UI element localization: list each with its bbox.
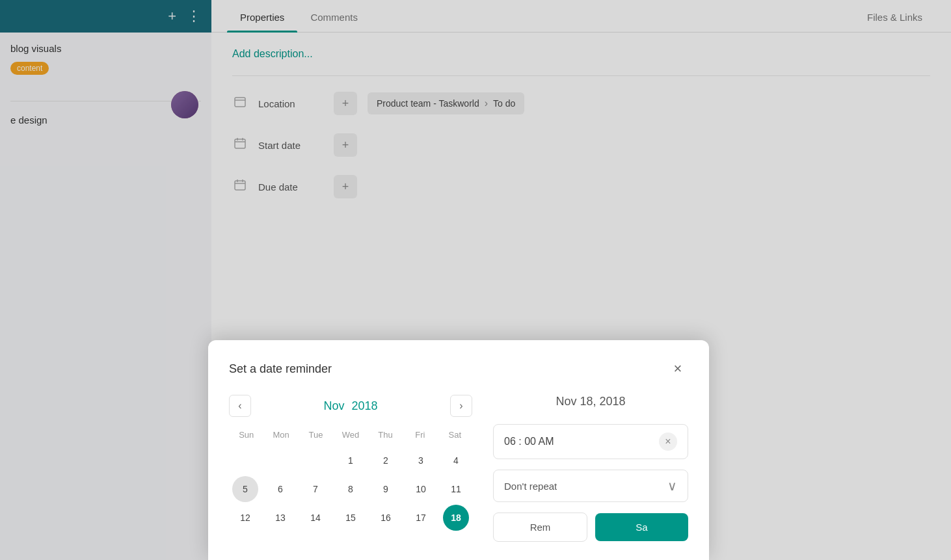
repeat-chevron-icon: ∨ (667, 478, 677, 494)
calendar-days: 1 2 3 4 5 6 7 8 9 10 11 12 13 14 15 (229, 447, 472, 531)
weekday-wed: Wed (333, 427, 368, 442)
cal-day-1[interactable]: 1 (338, 447, 364, 473)
time-value: 06 : 00 AM (504, 436, 554, 447)
weekday-mon: Mon (263, 427, 298, 442)
time-clear-button[interactable]: × (659, 433, 677, 451)
modal-bottom-actions: Rem Sa (493, 513, 688, 542)
cal-day-11[interactable]: 11 (443, 476, 469, 502)
cal-day-12[interactable]: 12 (232, 505, 258, 531)
cal-day-9[interactable]: 9 (373, 476, 399, 502)
cal-day-14[interactable]: 14 (302, 505, 328, 531)
modal-header: Set a date reminder × (229, 358, 688, 379)
modal-body: ‹ Nov 2018 › Sun Mon Tue Wed Thu Fri Sat (229, 395, 688, 542)
modal-right-panel: Nov 18, 2018 06 : 00 AM × Don't repeat ∨… (493, 395, 688, 542)
cal-day-5[interactable]: 5 (232, 476, 258, 502)
cal-day-empty3 (302, 447, 328, 473)
cal-day-empty2 (267, 447, 293, 473)
cal-day-18[interactable]: 18 (443, 505, 469, 531)
calendar-next-button[interactable]: › (450, 395, 472, 417)
modal-overlay: Set a date reminder × ‹ Nov 2018 › Sun M… (0, 0, 951, 560)
cal-day-8[interactable]: 8 (338, 476, 364, 502)
weekday-fri: Fri (403, 427, 437, 442)
calendar-year: 2018 (351, 399, 377, 412)
cal-day-empty1 (232, 447, 258, 473)
save-button[interactable]: Sa (595, 513, 688, 541)
calendar: ‹ Nov 2018 › Sun Mon Tue Wed Thu Fri Sat (229, 395, 472, 542)
weekday-thu: Thu (368, 427, 403, 442)
cal-day-13[interactable]: 13 (267, 505, 293, 531)
remove-button[interactable]: Rem (493, 513, 587, 542)
weekday-sat: Sat (438, 427, 472, 442)
calendar-month: Nov (323, 399, 344, 412)
calendar-weekdays: Sun Mon Tue Wed Thu Fri Sat (229, 427, 472, 442)
calendar-nav: ‹ Nov 2018 › (229, 395, 472, 417)
repeat-value: Don't repeat (504, 481, 557, 492)
cal-day-10[interactable]: 10 (408, 476, 434, 502)
cal-day-4[interactable]: 4 (443, 447, 469, 473)
modal-title: Set a date reminder (229, 362, 332, 376)
modal-close-button[interactable]: × (667, 358, 688, 379)
cal-day-2[interactable]: 2 (373, 447, 399, 473)
cal-day-6[interactable]: 6 (267, 476, 293, 502)
repeat-picker[interactable]: Don't repeat ∨ (493, 470, 688, 502)
date-reminder-modal: Set a date reminder × ‹ Nov 2018 › Sun M… (208, 340, 709, 560)
cal-day-17[interactable]: 17 (408, 505, 434, 531)
cal-day-16[interactable]: 16 (373, 505, 399, 531)
cal-day-7[interactable]: 7 (302, 476, 328, 502)
selected-date-display: Nov 18, 2018 (493, 395, 688, 414)
weekday-sun: Sun (229, 427, 263, 442)
calendar-month-year: Nov 2018 (323, 399, 377, 413)
calendar-prev-button[interactable]: ‹ (229, 395, 251, 417)
weekday-tue: Tue (299, 427, 333, 442)
cal-day-15[interactable]: 15 (338, 505, 364, 531)
cal-day-3[interactable]: 3 (408, 447, 434, 473)
time-picker[interactable]: 06 : 00 AM × (493, 424, 688, 459)
